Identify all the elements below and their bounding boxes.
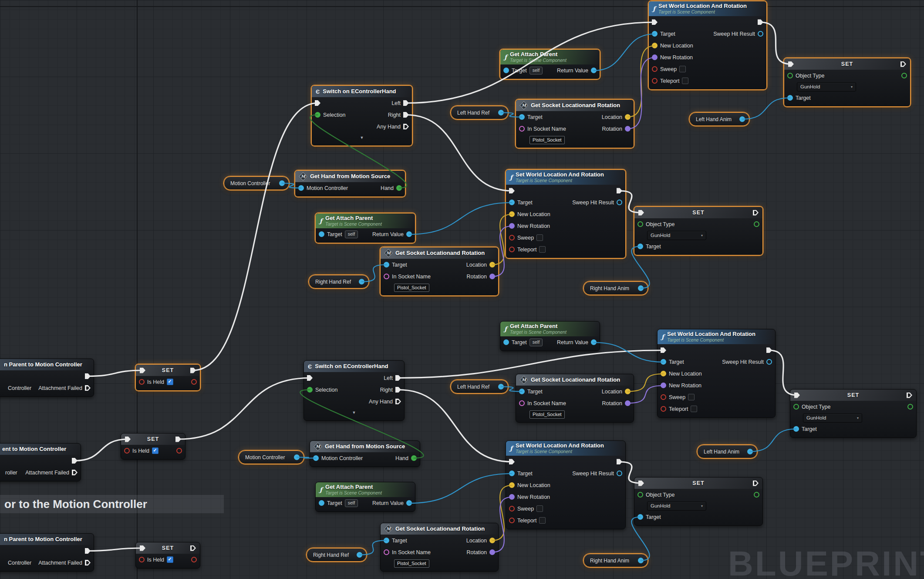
target-pin[interactable] — [319, 231, 324, 237]
new-location-pin[interactable] — [509, 211, 515, 217]
execin-exec-pin[interactable] — [307, 375, 313, 381]
node-header[interactable]: ent to Motion Controller — [0, 444, 81, 455]
is-held-pin[interactable] — [139, 379, 145, 385]
left-hand-anim-variable-node[interactable]: Left Hand Anim — [697, 445, 757, 458]
objtypeout-pin[interactable] — [754, 221, 759, 227]
execout-exec-pin[interactable] — [766, 347, 772, 353]
objtypeout-pin[interactable] — [754, 492, 759, 498]
sweep-checkbox[interactable] — [536, 234, 543, 241]
execin-exec-pin[interactable] — [652, 19, 658, 25]
left-hand-anim-variable-node[interactable]: Left Hand Anim — [689, 112, 749, 126]
is-held-checkbox[interactable] — [167, 379, 173, 385]
node-header[interactable]: SET — [634, 207, 762, 218]
motion-controller-pin[interactable] — [279, 180, 285, 186]
set-world-location-and-rotation-node[interactable]: ƒSet World Location And RotationTarget i… — [506, 440, 626, 529]
left-exec-pin[interactable] — [395, 375, 401, 381]
self-chip[interactable]: self — [345, 230, 358, 238]
execout-exec-pin[interactable] — [753, 210, 759, 216]
sweep-pin[interactable] — [509, 506, 515, 511]
get-attach-parent-node[interactable]: ƒGet Attach ParentTarget is Scene Compon… — [500, 321, 600, 351]
node-header[interactable]: MGet Socket Locationand Rotation — [381, 247, 498, 259]
get-hand-from-motion-source-node[interactable]: MGet Hand from Motion SourceMotion Contr… — [295, 170, 405, 197]
node-header[interactable]: n Parent to Motion Controller — [0, 534, 94, 545]
selection-pin[interactable] — [315, 112, 320, 118]
pistol-socket-textfield[interactable]: Pistol_Socket — [529, 136, 565, 144]
attachment-failed-exec-pin[interactable] — [85, 385, 91, 391]
node-header[interactable]: SET — [634, 477, 762, 489]
motion-controller-pin[interactable] — [298, 185, 304, 191]
node-header[interactable]: ƒSet World Location And RotationTarget i… — [658, 329, 775, 344]
exec-wire[interactable] — [193, 103, 318, 371]
execin-exec-pin[interactable] — [509, 459, 515, 464]
set-is-held-node[interactable]: SETIs Held — [121, 433, 185, 460]
gunhold-dropdown[interactable]: GunHold▾ — [797, 82, 856, 91]
object-type-pin[interactable] — [787, 73, 793, 78]
comment-header[interactable]: or to the Motion Controller — [0, 495, 224, 513]
target-pin[interactable] — [637, 514, 643, 520]
target-pin[interactable] — [503, 68, 509, 73]
get-hand-from-motion-source-node[interactable]: MGet Hand from Motion SourceMotion Contr… — [310, 440, 420, 467]
right-hand-anim-variable-node[interactable]: Right Hand Anim — [583, 554, 648, 567]
sweep-checkbox[interactable] — [688, 394, 695, 400]
pistol-socket-textfield[interactable]: Pistol_Socket — [394, 284, 429, 292]
target-pin[interactable] — [384, 262, 389, 267]
node-header[interactable]: MGet Socket Locationand Rotation — [516, 374, 634, 386]
execin-exec-pin[interactable] — [638, 210, 644, 216]
isheldout-pin[interactable] — [191, 557, 197, 562]
return-value-pin[interactable] — [591, 68, 597, 73]
sweep-hit-result-pin[interactable] — [758, 31, 763, 37]
new-location-pin[interactable] — [509, 482, 515, 488]
node-header[interactable]: SET — [784, 58, 910, 70]
node-header[interactable]: ƒSet World Location And RotationTarget i… — [506, 170, 625, 185]
left-hand-ref-variable-node[interactable]: Left Hand Ref — [451, 380, 508, 393]
target-pin[interactable] — [509, 200, 515, 205]
node-header[interactable]: SET — [136, 365, 200, 376]
return-value-pin[interactable] — [406, 231, 412, 237]
get-attach-parent-node[interactable]: ƒGet Attach ParentTarget is Scene Compon… — [315, 213, 415, 243]
motion-controller-pin[interactable] — [313, 455, 319, 461]
isheldout-pin[interactable] — [191, 379, 197, 385]
objtypeout-pin[interactable] — [901, 73, 907, 78]
set-is-held-node[interactable]: SETIs Held — [135, 364, 200, 391]
object-wire[interactable] — [409, 203, 512, 234]
teleport-checkbox[interactable] — [539, 246, 546, 253]
get-socket-location-and-rotation-node[interactable]: MGet Socket Locationand RotationTargetLo… — [380, 523, 499, 572]
switch-on-econtrollerhand-node[interactable]: ЄSwitch on EControllerHandLeftSelectionR… — [311, 85, 412, 146]
node-header[interactable]: SET — [136, 542, 200, 554]
execin-exec-pin[interactable] — [315, 100, 320, 106]
location-pin[interactable] — [625, 114, 631, 120]
get-attach-parent-node[interactable]: ƒGet Attach ParentTarget is Scene Compon… — [500, 49, 600, 79]
motion-controller-variable-node[interactable]: Motion Controller — [224, 176, 289, 190]
is-held-pin[interactable] — [124, 448, 130, 454]
new-location-pin[interactable] — [661, 371, 666, 376]
location-pin[interactable] — [625, 389, 631, 394]
sweep-hit-result-pin[interactable] — [617, 200, 622, 205]
right-hand-ref-variable-node[interactable]: Right Hand Ref — [309, 275, 369, 288]
node-header[interactable]: ƒGet Attach ParentTarget is Scene Compon… — [316, 213, 415, 228]
right-hand-ref-variable-node[interactable]: Right Hand Ref — [307, 548, 367, 562]
execout-exec-pin[interactable] — [190, 368, 196, 373]
object-type-pin[interactable] — [793, 404, 799, 410]
target-pin[interactable] — [509, 471, 515, 476]
teleport-pin[interactable] — [661, 406, 666, 412]
attach-parent-to-motion-controller-node[interactable]: n Parent to Motion ControllerControllerA… — [0, 533, 94, 572]
node-header[interactable]: SET — [790, 389, 916, 401]
new-rotation-pin[interactable] — [661, 383, 666, 388]
attach-parent-to-motion-controller-node[interactable]: ent to Motion ControllerrollerAttachment… — [0, 443, 81, 481]
execin-exec-pin[interactable] — [509, 188, 515, 193]
right-hand-ref-pin[interactable] — [359, 279, 364, 284]
in-socket-name-pin[interactable] — [519, 126, 525, 132]
left-hand-ref-pin[interactable] — [498, 110, 504, 115]
is-held-pin[interactable] — [139, 557, 145, 562]
exec-wire[interactable] — [88, 548, 143, 551]
sweep-pin[interactable] — [509, 235, 515, 240]
right-hand-ref-pin[interactable] — [357, 552, 362, 558]
return-value-pin[interactable] — [406, 500, 412, 506]
node-header[interactable]: MGet Hand from Motion Source — [310, 441, 420, 452]
set-is-held-node[interactable]: SETIs Held — [135, 542, 200, 569]
right-exec-pin[interactable] — [395, 387, 401, 393]
object-type-pin[interactable] — [637, 221, 643, 227]
target-pin[interactable] — [384, 538, 389, 543]
motion-controller-pin[interactable] — [294, 454, 300, 460]
set-world-location-and-rotation-node[interactable]: ƒSet World Location And RotationTarget i… — [657, 329, 776, 418]
